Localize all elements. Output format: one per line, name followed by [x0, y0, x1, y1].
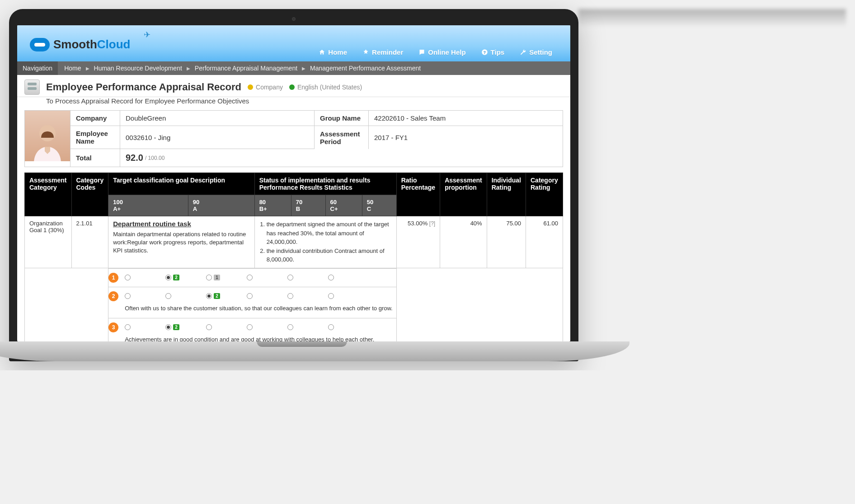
breadcrumb-item-home[interactable]: Home: [64, 65, 81, 72]
radio-60[interactable]: [287, 275, 293, 280]
col-ratio: Ratio Percentage: [396, 173, 440, 216]
radio-90[interactable]: [165, 293, 171, 299]
wrench-icon: [520, 49, 526, 56]
locale-badge[interactable]: English (United States): [297, 84, 362, 91]
value-period: 2017 - FY1: [368, 126, 563, 149]
nav-tips[interactable]: ? Tips: [481, 48, 505, 56]
col-status: Status of implementation and results Per…: [254, 173, 396, 195]
server-icon: [24, 79, 40, 95]
nav-help[interactable]: Online Help: [418, 48, 465, 56]
label-employee: Employee Name: [70, 126, 120, 149]
question-icon: ?: [481, 49, 488, 56]
page-subtitle: To Process Appraisal Record for Employee…: [17, 97, 570, 110]
chevron-right-icon: ▶: [86, 66, 89, 71]
radio-60[interactable]: [287, 324, 293, 330]
label-period: Assessment Period: [314, 126, 368, 149]
plane-icon: ✈: [144, 30, 150, 40]
tag-count: 1: [214, 275, 220, 280]
task-title-link[interactable]: Department routine task: [113, 220, 249, 228]
col-individual: Individual Rating: [487, 173, 526, 216]
help-icon[interactable]: [?]: [429, 220, 435, 227]
breadcrumb: Navigation Home ▶ Human Resource Develop…: [17, 61, 570, 75]
grade-90: 90A: [188, 195, 254, 216]
radio-50[interactable]: [328, 324, 334, 330]
help-icon: [418, 49, 425, 56]
radio-100[interactable]: [125, 293, 131, 299]
radio-50[interactable]: [328, 293, 334, 299]
chevron-right-icon: ▶: [302, 66, 305, 71]
company-badge[interactable]: Company: [256, 84, 283, 91]
label-group: Group Name: [314, 111, 368, 126]
radio-90[interactable]: [165, 275, 171, 280]
col-goal: Target classification goal Description: [108, 173, 254, 195]
cell-goal: Department routine task Maintain departm…: [108, 216, 254, 268]
breadcrumb-label: Navigation: [17, 61, 58, 75]
tag-count: 2: [173, 324, 179, 330]
employee-info: Company DoubleGreen Group Name 42202610 …: [24, 110, 563, 167]
value-employee: 0032610 - Jing: [120, 126, 314, 149]
home-icon: [319, 49, 325, 56]
col-category: Assessment Category: [25, 173, 72, 216]
cloud-icon: [30, 38, 50, 51]
rating-row-1: 1 2 1: [108, 271, 396, 284]
nav-home[interactable]: Home: [319, 48, 347, 56]
svg-text:?: ?: [483, 50, 485, 55]
value-company: DoubleGreen: [120, 111, 314, 126]
key-icon: [248, 84, 253, 90]
brand-text: SmoothCloud: [53, 37, 130, 51]
cell-catrating: 61.00: [526, 216, 563, 268]
radio-70[interactable]: [247, 324, 253, 330]
radio-100[interactable]: [125, 275, 131, 280]
breadcrumb-item-pam[interactable]: Performance Appraisal Management: [195, 65, 297, 72]
col-catrating: Category Rating: [526, 173, 563, 216]
avatar: [25, 111, 70, 161]
radio-70[interactable]: [247, 293, 253, 299]
assessment-table: Assessment Category Category Codes Targe…: [24, 173, 563, 341]
breadcrumb-item-hrd[interactable]: Human Resource Development: [94, 65, 182, 72]
grade-100: 100A+: [108, 195, 188, 216]
tag-count: 2: [214, 293, 220, 299]
table-row: Organization Goal 1 (30%) 2.1.01 Departm…: [25, 216, 563, 268]
value-total: 92.0 / 100.00: [120, 149, 563, 167]
label-company: Company: [70, 111, 120, 126]
page-title: Employee Performance Appraisal Record: [46, 81, 241, 93]
breadcrumb-item-mpa[interactable]: Management Performance Assessment: [310, 65, 421, 72]
row-badge: 1: [108, 273, 118, 283]
row-badge: 2: [108, 291, 118, 301]
radio-70[interactable]: [247, 275, 253, 280]
grade-50: 50C: [362, 195, 396, 216]
cell-category: Organization Goal 1 (30%): [25, 216, 72, 268]
value-group: 42202610 - Sales Team: [368, 111, 563, 126]
rating-note: Often with us to share the customer situ…: [108, 303, 396, 315]
radio-50[interactable]: [328, 275, 334, 280]
cell-proportion: 40%: [440, 216, 487, 268]
grade-70: 70B: [291, 195, 325, 216]
cell-individual: 75.00: [487, 216, 526, 268]
radio-80[interactable]: [206, 275, 212, 280]
col-codes: Category Codes: [71, 173, 108, 216]
cell-status: the department signed the amount of the …: [254, 216, 396, 268]
app-header: SmoothCloud ✈ Home Reminder Online Help …: [17, 25, 570, 61]
rating-row-3: 3 2: [108, 321, 396, 334]
cell-code: 2.1.01: [71, 216, 108, 268]
col-proportion: Assessment proportion: [440, 173, 487, 216]
grade-80: 80B+: [254, 195, 291, 216]
globe-icon: [289, 84, 295, 90]
tag-count: 2: [173, 275, 179, 280]
rating-row-2: 2 2: [108, 290, 396, 303]
nav-setting[interactable]: Setting: [520, 48, 552, 56]
reminder-icon: [362, 49, 369, 56]
radio-80[interactable]: [206, 293, 212, 299]
grade-60: 60C+: [325, 195, 362, 216]
radio-100[interactable]: [125, 324, 131, 330]
label-total: Total: [70, 149, 120, 167]
radio-80[interactable]: [206, 324, 212, 330]
rating-note: Achievements are in good condition and a…: [108, 334, 396, 341]
brand-logo[interactable]: SmoothCloud: [17, 37, 130, 61]
cell-ratio: 53.00% [?]: [396, 216, 440, 268]
chevron-right-icon: ▶: [187, 66, 190, 71]
radio-60[interactable]: [287, 293, 293, 299]
row-badge: 3: [108, 322, 118, 332]
nav-reminder[interactable]: Reminder: [362, 48, 403, 56]
radio-90[interactable]: [165, 324, 171, 330]
